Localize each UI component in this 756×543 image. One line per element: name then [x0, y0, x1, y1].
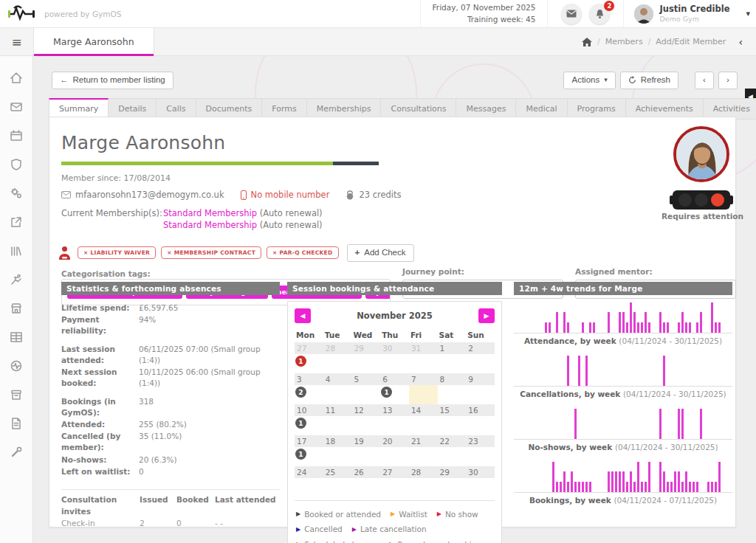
calendar-day-events[interactable]	[380, 354, 409, 373]
calendar-day[interactable]: 1	[438, 342, 467, 354]
messages-button[interactable]	[561, 4, 582, 24]
calendar-day-events[interactable]	[323, 385, 352, 404]
next-member-button[interactable]: ›	[718, 72, 738, 89]
calendar-day-events[interactable]	[409, 416, 438, 435]
calendar-day[interactable]: 15	[438, 404, 467, 416]
breadcrumb-collapse-icon[interactable]: ‹	[731, 36, 750, 48]
breadcrumb-members[interactable]: Members	[605, 37, 643, 46]
calendar-day[interactable]: 19	[351, 435, 380, 447]
calendar-day-events[interactable]	[466, 416, 495, 435]
session-count-badge[interactable]: 1	[381, 387, 392, 398]
calendar-day-events[interactable]	[351, 447, 380, 466]
add-check-button[interactable]: + Add Check	[347, 244, 414, 262]
check-badge-membership-contract[interactable]: × MEMBERSHIP CONTRACT	[161, 246, 261, 259]
calendar-day[interactable]: 27	[295, 342, 323, 354]
sidebar-item-store[interactable]	[6, 298, 27, 319]
sidebar-item-home[interactable]	[6, 68, 27, 89]
calendar-day-events[interactable]	[351, 416, 380, 435]
calendar-day[interactable]: 30	[380, 342, 409, 354]
calendar-day-events[interactable]	[438, 447, 467, 466]
sidebar-item-activity[interactable]	[6, 269, 27, 290]
hamburger-menu-icon[interactable]: ≡	[0, 28, 33, 55]
sidebar-item-library[interactable]	[6, 241, 27, 261]
sidebar-item-archive[interactable]	[6, 384, 27, 405]
calendar-day[interactable]: 31	[409, 342, 438, 354]
calendar-day-events[interactable]	[438, 416, 467, 435]
calendar-day-events[interactable]	[351, 478, 380, 497]
calendar-day-events[interactable]	[438, 354, 467, 373]
calendar-day-events[interactable]	[380, 416, 409, 435]
calendar-day-events[interactable]	[466, 354, 495, 373]
sidebar-item-shield[interactable]	[6, 154, 27, 175]
calendar-day[interactable]: 28	[323, 342, 352, 354]
refresh-button[interactable]: Refresh	[620, 72, 678, 89]
actions-button[interactable]: Actions ▾	[563, 72, 615, 89]
calendar-day-events[interactable]	[438, 478, 467, 497]
check-badge-par-q-checked[interactable]: × PAR-Q CHECKED	[267, 246, 338, 259]
calendar-day-events[interactable]	[409, 447, 438, 466]
calendar-day[interactable]: 18	[323, 435, 352, 447]
calendar-day[interactable]: 28	[409, 466, 438, 478]
calendar-day-events[interactable]: 1	[295, 447, 323, 466]
calendar-day[interactable]: 7	[409, 373, 438, 385]
calendar-day-events[interactable]	[380, 447, 409, 466]
calendar-day[interactable]: 26	[351, 466, 380, 478]
sidebar-item-table[interactable]	[6, 327, 27, 347]
calendar-day[interactable]: 3	[295, 373, 323, 385]
calendar-day[interactable]: 10	[295, 404, 323, 416]
calendar-day[interactable]: 6	[380, 373, 409, 385]
calendar-day-events[interactable]	[323, 447, 352, 466]
sidebar-item-calendar[interactable]	[6, 125, 27, 146]
calendar-day[interactable]: 22	[438, 435, 467, 447]
calendar-day-events[interactable]	[323, 416, 352, 435]
calendar-day[interactable]: 24	[295, 466, 323, 478]
calendar-day-events[interactable]: 1	[380, 385, 409, 404]
calendar-day-events[interactable]: 2	[295, 385, 323, 404]
app-logo[interactable]: powered by GymOS	[0, 4, 121, 24]
calendar-day[interactable]: 23	[466, 435, 495, 447]
calendar-day-events[interactable]	[466, 385, 495, 404]
calendar-day-events[interactable]	[295, 478, 323, 497]
user-menu-chevron-icon[interactable]: ▾	[740, 9, 756, 18]
calendar-day[interactable]: 20	[380, 435, 409, 447]
membership-link[interactable]: Standard Membership	[163, 220, 260, 230]
calendar-day[interactable]: 5	[351, 373, 380, 385]
calendar-day[interactable]: 2	[466, 342, 495, 354]
calendar-day[interactable]: 29	[438, 466, 467, 478]
sidebar-item-brand[interactable]	[6, 356, 27, 376]
membership-link[interactable]: Standard Membership	[163, 208, 260, 218]
calendar-day-events[interactable]	[438, 385, 467, 404]
check-badge-liability-waiver[interactable]: × LIABILITY WAIVER	[78, 246, 156, 259]
calendar-day-events[interactable]	[351, 385, 380, 404]
calendar-day[interactable]: 17	[295, 435, 323, 447]
calendar-day-events[interactable]: 1	[295, 416, 323, 435]
calendar-day[interactable]: 8	[438, 373, 467, 385]
calendar-day[interactable]: 11	[323, 404, 352, 416]
open-page-tab[interactable]: Marge Aaronsohn	[33, 28, 154, 55]
sidebar-item-mail[interactable]	[6, 97, 27, 117]
user-menu[interactable]: Justin Credible Demo Gym	[624, 4, 740, 24]
calendar-day[interactable]: 12	[351, 404, 380, 416]
session-count-badge[interactable]: 1	[295, 418, 306, 429]
calendar-day-events[interactable]	[409, 478, 438, 497]
return-to-listing-button[interactable]: ← Return to member listing	[52, 72, 173, 89]
sidebar-item-tools[interactable]	[6, 442, 27, 463]
calendar-day[interactable]: 27	[380, 466, 409, 478]
calendar-day-events[interactable]	[323, 354, 352, 373]
calendar-day-events[interactable]: 1	[295, 354, 323, 373]
member-photo[interactable]	[673, 126, 729, 182]
calendar-day[interactable]: 4	[323, 373, 352, 385]
calendar-day[interactable]: 16	[466, 404, 495, 416]
calendar-day[interactable]: 14	[409, 404, 438, 416]
home-icon[interactable]	[582, 38, 592, 46]
calendar-day-events[interactable]	[380, 478, 409, 497]
notifications-button[interactable]: 2	[589, 4, 610, 24]
sidebar-item-share[interactable]	[6, 212, 27, 232]
session-count-badge[interactable]: 1	[295, 449, 306, 460]
sidebar-item-document[interactable]	[6, 413, 27, 434]
calendar-day-events[interactable]	[466, 478, 495, 497]
calendar-day[interactable]: 13	[380, 404, 409, 416]
calendar-day-events[interactable]	[409, 354, 438, 373]
calendar-day-events[interactable]	[323, 478, 352, 497]
calendar-day[interactable]: 25	[323, 466, 352, 478]
